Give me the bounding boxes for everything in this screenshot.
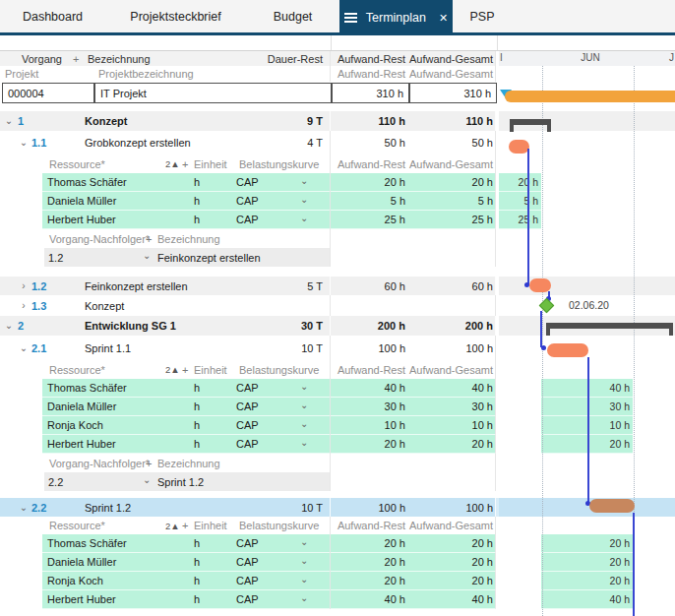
close-icon[interactable]: ✕ xyxy=(439,12,448,25)
col-header-aufwand-rest[interactable]: Aufwand-Rest xyxy=(331,51,408,66)
col-header-vorgang-nachfolger[interactable]: Vorgang-Nachfolger* xyxy=(49,458,150,469)
resource-aufwand-gesamt[interactable]: 5 h xyxy=(408,192,496,211)
task-aufwand-gesamt[interactable]: 100 h xyxy=(408,498,496,517)
project-aufwand-gesamt-field[interactable]: 310 h xyxy=(409,83,497,103)
col-header-vorgang-nachfolger[interactable]: Vorgang-Nachfolger* xyxy=(49,233,150,245)
resource-aufwand-rest[interactable]: 20 h xyxy=(331,572,408,590)
resource-name[interactable]: Ronja Koch xyxy=(47,419,103,431)
task-dauer-rest[interactable]: 4 T xyxy=(307,137,323,149)
dropdown-icon[interactable]: ⌄ xyxy=(300,574,308,585)
expand-icon[interactable]: › xyxy=(17,299,31,310)
resource-aufwand-rest[interactable]: 20 h xyxy=(331,553,408,572)
task-aufwand-gesamt[interactable] xyxy=(408,295,496,316)
successor-row[interactable]: 1.2⌄Feinkonzept erstellen xyxy=(0,248,675,267)
task-row-2[interactable]: ⌄2Entwicklung SG 130 T200 h200 h xyxy=(0,316,675,336)
tab-psp[interactable]: PSP xyxy=(453,0,512,32)
task-row-2.1[interactable]: ⌄2.1Sprint 1.110 T100 h100 h xyxy=(0,336,675,360)
col-header-einheit[interactable]: Einheit xyxy=(194,520,227,531)
resource-einheit[interactable]: h xyxy=(194,575,200,586)
successor-number[interactable]: 1.2 xyxy=(48,252,63,264)
successor-number[interactable]: 2.2 xyxy=(48,476,63,488)
col-header-aufwand-gesamt[interactable]: Aufwand-Gesamt xyxy=(408,51,496,66)
dropdown-icon[interactable]: ⌄ xyxy=(143,474,151,485)
resource-belastungskurve[interactable]: CAP xyxy=(236,382,259,394)
resource-row[interactable]: Thomas SchäferhCAP⌄20 h20 h20 h xyxy=(0,173,675,192)
col-header-vorgang[interactable]: Vorgang xyxy=(0,53,62,65)
task-aufwand-rest[interactable]: 100 h xyxy=(331,498,408,517)
dropdown-icon[interactable]: ⌄ xyxy=(300,536,308,547)
dropdown-icon[interactable]: ⌄ xyxy=(300,418,308,429)
resource-einheit[interactable]: h xyxy=(194,537,200,549)
resource-name[interactable]: Thomas Schäfer xyxy=(47,176,127,188)
resource-row[interactable]: Herbert HuberhCAP⌄40 h40 h40 h xyxy=(0,590,675,609)
collapse-icon[interactable]: ⌄ xyxy=(2,320,16,331)
task-dauer-rest[interactable]: 30 T xyxy=(301,320,323,332)
dropdown-icon[interactable]: ⌄ xyxy=(300,437,308,448)
resource-einheit[interactable]: h xyxy=(194,176,200,188)
sort-indicator[interactable]: 2▲ xyxy=(165,364,180,375)
task-row-1.3[interactable]: ›1.3Konzept xyxy=(0,295,675,316)
resource-aufwand-gesamt[interactable]: 25 h xyxy=(408,211,496,229)
task-gantt-cell[interactable] xyxy=(499,277,675,295)
task-name[interactable]: Konzept xyxy=(85,115,127,127)
col-header-einheit[interactable]: Einheit xyxy=(194,158,227,170)
resource-aufwand-gesamt[interactable]: 20 h xyxy=(408,553,496,572)
task-row-2.2[interactable]: ⌄2.2Sprint 1.210 T100 h100 h xyxy=(0,498,675,517)
task-gantt-cell[interactable] xyxy=(499,131,675,154)
col-header-einheit[interactable]: Einheit xyxy=(194,364,227,376)
dropdown-icon[interactable]: ⌄ xyxy=(300,555,308,566)
resource-row[interactable]: Thomas SchäferhCAP⌄40 h40 h40 h xyxy=(0,379,675,398)
resource-aufwand-rest[interactable]: 10 h xyxy=(331,416,408,435)
dropdown-icon[interactable]: ⌄ xyxy=(300,175,308,186)
col-header-dauer-rest[interactable]: Dauer-Rest xyxy=(268,53,323,65)
task-dauer-rest[interactable]: 10 T xyxy=(301,502,323,514)
resource-aufwand-rest[interactable]: 25 h xyxy=(331,211,408,229)
resource-aufwand-rest[interactable]: 20 h xyxy=(331,173,408,192)
task-name[interactable]: Entwicklung SG 1 xyxy=(85,320,176,332)
task-row-1.1[interactable]: ⌄1.1Grobkonzept erstellen4 T50 h50 h xyxy=(0,131,675,154)
tab-dashboard[interactable]: Dashboard xyxy=(0,0,105,32)
project-name-field[interactable]: IT Projekt xyxy=(94,83,332,103)
resource-einheit[interactable]: h xyxy=(194,382,200,394)
task-aufwand-gesamt[interactable]: 60 h xyxy=(408,277,496,295)
task-row-1.2[interactable]: ›1.2Feinkonzept erstellen5 T60 h60 h xyxy=(0,277,675,295)
task-dauer-rest[interactable]: 10 T xyxy=(301,342,323,354)
task-gantt-cell[interactable] xyxy=(499,498,675,517)
tab-terminplan[interactable]: Terminplan ✕ xyxy=(339,0,453,35)
resource-belastungskurve[interactable]: CAP xyxy=(236,537,259,549)
task-aufwand-rest[interactable]: 200 h xyxy=(331,316,408,336)
expand-icon[interactable]: › xyxy=(17,279,31,290)
add-resource-icon[interactable]: + xyxy=(182,520,188,531)
resource-einheit[interactable]: h xyxy=(194,195,200,207)
col-header-succ-bezeichnung[interactable]: Bezeichnung xyxy=(157,458,220,469)
resource-aufwand-gesamt[interactable]: 20 h xyxy=(408,435,496,454)
resource-name[interactable]: Ronja Koch xyxy=(47,575,103,586)
resource-aufwand-gesamt[interactable]: 40 h xyxy=(408,379,496,398)
task-row-1[interactable]: ⌄1Konzept9 T110 h110 h xyxy=(0,111,675,131)
resource-aufwand-gesamt[interactable]: 40 h xyxy=(408,590,496,609)
resource-aufwand-gesamt[interactable]: 20 h xyxy=(408,534,496,553)
resource-einheit[interactable]: h xyxy=(194,400,200,412)
tab-budget[interactable]: Budget xyxy=(246,0,339,32)
task-name[interactable]: Sprint 1.2 xyxy=(85,502,131,514)
resource-name[interactable]: Herbert Huber xyxy=(47,438,116,450)
add-task-icon[interactable]: + xyxy=(73,53,79,65)
collapse-icon[interactable]: ⌄ xyxy=(17,341,31,352)
task-gantt-cell[interactable] xyxy=(499,111,675,131)
task-aufwand-gesamt[interactable]: 110 h xyxy=(408,111,496,131)
resource-belastungskurve[interactable]: CAP xyxy=(236,593,259,605)
resource-row[interactable]: Thomas SchäferhCAP⌄20 h20 h20 h xyxy=(0,534,675,553)
task-name[interactable]: Grobkonzept erstellen xyxy=(85,137,191,149)
task-name[interactable]: Konzept xyxy=(85,300,124,312)
collapse-icon[interactable]: ⌄ xyxy=(17,501,31,512)
task-gantt-cell[interactable] xyxy=(499,316,675,336)
resource-aufwand-gesamt[interactable]: 20 h xyxy=(408,173,496,192)
resource-einheit[interactable]: h xyxy=(194,438,200,450)
dropdown-icon[interactable]: ⌄ xyxy=(143,250,151,261)
col-header-belastungskurve[interactable]: Belastungskurve xyxy=(239,364,319,376)
add-successor-icon[interactable]: + xyxy=(146,458,152,469)
task-aufwand-gesamt[interactable]: 200 h xyxy=(408,316,496,336)
resource-name[interactable]: Herbert Huber xyxy=(47,593,116,605)
dropdown-icon[interactable]: ⌄ xyxy=(300,381,308,392)
project-id-field[interactable]: 000004 xyxy=(2,83,94,103)
